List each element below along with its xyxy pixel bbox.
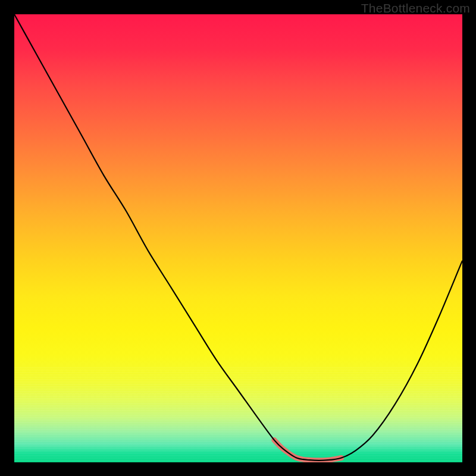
- outer-frame: TheBottleneck.com: [0, 0, 476, 476]
- bottleneck-curve: [14, 14, 462, 461]
- watermark-text: TheBottleneck.com: [361, 1, 470, 15]
- chart-svg: [14, 14, 462, 462]
- plot-area: [14, 14, 462, 462]
